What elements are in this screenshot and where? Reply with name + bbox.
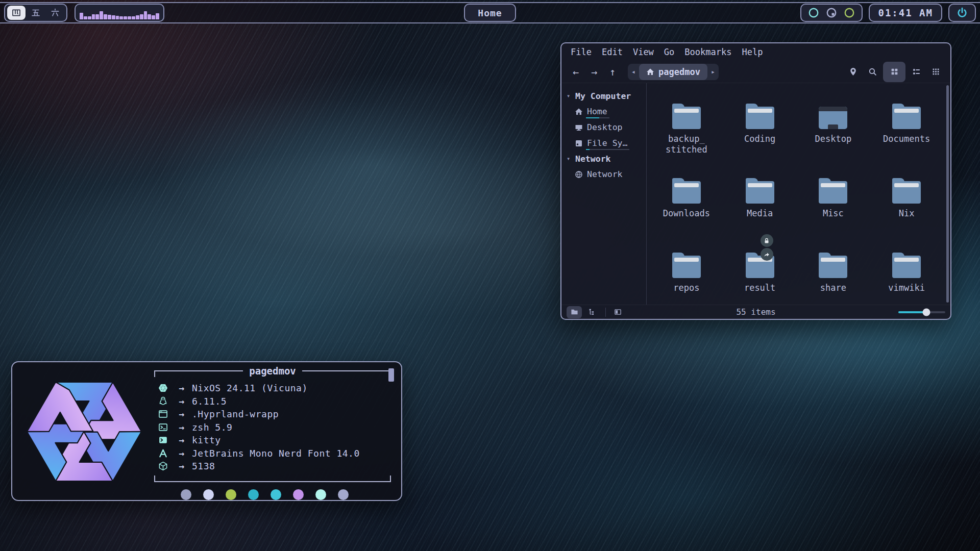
toggle-sidepane-button[interactable]: [610, 306, 625, 318]
visualizer-bar: [152, 15, 155, 19]
folder-item-documents[interactable]: Documents: [870, 89, 943, 164]
arrow-icon: →: [172, 461, 192, 471]
visualizer-bar: [156, 13, 159, 19]
power-icon: [957, 7, 968, 18]
folder-icon: [892, 107, 921, 129]
visualizer-bar: [136, 15, 139, 19]
folder-label: Documents: [883, 134, 930, 144]
path-segment-home[interactable]: pagedmov: [639, 64, 707, 80]
visualizer-bar: [95, 14, 99, 19]
folder-label: Downloads: [663, 208, 710, 219]
workspace-switcher: [4, 4, 67, 22]
search-button[interactable]: [864, 64, 881, 80]
symlink-emblem: [761, 248, 773, 261]
sidebar-item-home[interactable]: Home: [575, 104, 609, 119]
folder-item-result[interactable]: result: [723, 238, 797, 313]
sidebar-item-network[interactable]: Network: [575, 166, 625, 182]
folder-item-misc[interactable]: Misc: [797, 164, 870, 238]
folder-item-media[interactable]: Media: [723, 164, 797, 238]
fetch-value: JetBrains Mono Nerd Font 14.0: [192, 448, 360, 459]
menu-go[interactable]: Go: [659, 45, 679, 59]
zoom-slider[interactable]: [898, 308, 945, 316]
visualizer-bar: [104, 14, 107, 19]
sidebar-group-network[interactable]: ▾Network: [567, 151, 646, 166]
folder-icon: [819, 256, 847, 278]
visualizer-bar: [144, 11, 148, 19]
home-icon: [575, 108, 583, 116]
forward-button[interactable]: →: [586, 64, 602, 80]
location-button[interactable]: [844, 64, 862, 80]
folder-item-share[interactable]: share: [797, 238, 870, 313]
fetch-row: →NixOS 24.11 (Vicuna): [154, 382, 391, 395]
back-button[interactable]: ←: [568, 64, 584, 80]
menu-edit[interactable]: Edit: [597, 45, 628, 59]
palette-color-dot: [248, 489, 259, 500]
sidebar-item-desktop[interactable]: Desktop: [575, 119, 625, 135]
fetch-row: →JetBrains Mono Nerd Font 14.0: [154, 447, 391, 460]
path-scroll-right-button[interactable]: ▸: [707, 64, 719, 80]
folder-item-repos[interactable]: repos: [650, 238, 723, 313]
compact-view-button[interactable]: [927, 64, 944, 80]
scrollbar[interactable]: [946, 85, 949, 303]
folder-label: Nix: [899, 208, 915, 219]
visualizer-bar: [88, 16, 91, 19]
list-view-icon: [912, 67, 921, 76]
folder-item-nix[interactable]: Nix: [870, 164, 943, 238]
path-scroll-left-button[interactable]: ◂: [628, 64, 639, 80]
active-window-title[interactable]: Home: [464, 4, 516, 22]
folder-item-desktop[interactable]: Desktop: [797, 89, 870, 164]
show-dirtree-button[interactable]: [584, 306, 599, 318]
folder-icon: [672, 181, 701, 204]
menu-bookmarks[interactable]: Bookmarks: [679, 45, 737, 59]
folder-label: result: [744, 283, 775, 293]
workspace-button[interactable]: [27, 6, 45, 20]
expander-triangle-icon[interactable]: ▾: [567, 155, 572, 162]
zoom-slider-track[interactable]: [898, 311, 945, 313]
arrow-icon: →: [172, 409, 192, 419]
font-icon: [154, 448, 172, 458]
list-view-button[interactable]: [908, 64, 925, 80]
side-pane-icon: [614, 308, 622, 316]
arrow-icon: →: [172, 448, 192, 459]
terminal-cursor: [388, 368, 394, 382]
clock[interactable]: 01:41 AM: [869, 4, 942, 22]
menu-file[interactable]: File: [566, 45, 597, 59]
visualizer-bar: [92, 14, 95, 19]
expander-triangle-icon[interactable]: ▾: [567, 92, 572, 99]
filesystem-icon: [575, 139, 583, 147]
power-button[interactable]: [948, 4, 976, 22]
folder-item-coding[interactable]: Coding: [723, 89, 797, 164]
sidebar-item-label: Network: [587, 169, 623, 179]
icon-view-button[interactable]: [883, 62, 905, 82]
menu-help[interactable]: Help: [737, 45, 768, 59]
status-circle-cyan-icon[interactable]: [808, 7, 819, 18]
visualizer-bar: [84, 16, 87, 19]
sidebar-item-filesy[interactable]: File Sy…: [575, 135, 629, 151]
zoom-slider-thumb[interactable]: [923, 308, 930, 316]
visualizer-bar: [124, 16, 127, 19]
palette-color-dot: [338, 489, 349, 500]
folder-item-vimwiki[interactable]: vimwiki: [870, 238, 943, 313]
workspace-button[interactable]: [7, 6, 26, 20]
folder-item-backup_stitched[interactable]: backup_ stitched: [650, 89, 723, 164]
show-places-button[interactable]: [567, 306, 582, 318]
home-icon: [646, 68, 654, 76]
workspace-button[interactable]: [46, 6, 64, 20]
desktop-icon: [575, 123, 583, 132]
visualizer-bar: [112, 15, 115, 19]
visualizer-bar: [80, 13, 83, 19]
up-button[interactable]: ↑: [604, 64, 621, 80]
folder-icon: [819, 181, 847, 204]
status-bar: 55 items: [561, 305, 950, 319]
location-pin-icon: [849, 67, 857, 76]
folder-icon: [746, 107, 774, 129]
sidebar-group-my-computer[interactable]: ▾My Computer: [567, 88, 646, 104]
folder-icon: [672, 107, 701, 129]
folder-icon: [892, 256, 921, 278]
status-circle-green-icon[interactable]: [844, 7, 855, 18]
status-circle-quarter-icon[interactable]: [826, 7, 837, 18]
folder-item-downloads[interactable]: Downloads: [650, 164, 723, 238]
compact-view-icon: [932, 67, 940, 76]
menu-view[interactable]: View: [628, 45, 659, 59]
top-status-bar: Home 01:41 AM: [0, 2, 980, 23]
